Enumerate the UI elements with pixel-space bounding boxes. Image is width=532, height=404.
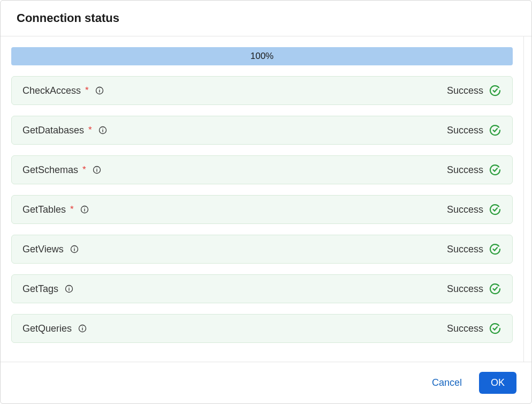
required-asterisk: * — [88, 125, 92, 136]
info-icon[interactable] — [80, 205, 89, 214]
status-text: Success — [447, 204, 483, 215]
svg-point-5 — [102, 128, 103, 129]
status-text: Success — [447, 244, 483, 255]
check-name: GetDatabases — [22, 125, 84, 136]
check-left: GetTags — [22, 283, 73, 295]
svg-point-8 — [96, 168, 97, 168]
required-asterisk: * — [82, 164, 86, 175]
required-asterisk: * — [70, 204, 74, 215]
status-text: Success — [447, 283, 483, 295]
check-left: GetSchemas* — [22, 164, 101, 176]
success-check-icon — [489, 124, 501, 137]
connection-status-modal: Connection status 100% CheckAccess*Succe… — [0, 0, 532, 404]
modal-header: Connection status — [1, 1, 531, 36]
check-row: GetSchemas*Success — [11, 155, 513, 184]
check-name: GetTags — [22, 283, 58, 295]
check-left: CheckAccess* — [22, 85, 104, 96]
success-check-icon — [489, 203, 501, 216]
progress-percent: 100% — [250, 51, 273, 61]
cancel-button[interactable]: Cancel — [430, 373, 464, 393]
ok-button[interactable]: OK — [479, 372, 516, 394]
info-icon[interactable] — [70, 245, 79, 253]
check-left: GetTables* — [22, 204, 89, 215]
success-check-icon — [489, 163, 501, 176]
check-list: CheckAccess*SuccessGetDatabases*SuccessG… — [11, 76, 513, 343]
success-check-icon — [489, 243, 501, 256]
svg-point-20 — [82, 326, 82, 327]
check-row: GetTagsSuccess — [11, 274, 513, 303]
check-name: CheckAccess — [22, 85, 81, 96]
check-name: GetQueries — [22, 323, 72, 334]
success-check-icon — [489, 322, 501, 335]
success-check-icon — [489, 282, 501, 295]
check-left: GetDatabases* — [22, 125, 107, 136]
check-left: GetViews — [22, 244, 79, 255]
success-check-icon — [489, 84, 501, 97]
modal-body[interactable]: 100% CheckAccess*SuccessGetDatabases*Suc… — [1, 36, 524, 362]
modal-title: Connection status — [17, 11, 515, 25]
check-right: Success — [447, 322, 501, 335]
progress-bar: 100% — [11, 47, 513, 65]
svg-point-17 — [69, 287, 69, 287]
check-name: GetTables — [22, 204, 66, 215]
check-right: Success — [447, 124, 501, 137]
svg-point-14 — [74, 247, 74, 248]
check-row: GetViewsSuccess — [11, 235, 513, 264]
info-icon[interactable] — [65, 285, 73, 293]
check-right: Success — [447, 84, 501, 97]
svg-point-2 — [99, 88, 100, 89]
check-name: GetSchemas — [22, 164, 78, 176]
modal-footer: Cancel OK — [1, 362, 531, 403]
check-row: GetDatabases*Success — [11, 116, 513, 145]
info-icon[interactable] — [98, 126, 107, 134]
check-row: GetQueriesSuccess — [11, 314, 513, 343]
check-row: CheckAccess*Success — [11, 76, 513, 105]
check-right: Success — [447, 163, 501, 176]
status-text: Success — [447, 323, 483, 334]
check-right: Success — [447, 282, 501, 295]
check-left: GetQueries — [22, 323, 87, 334]
check-name: GetViews — [22, 244, 64, 255]
info-icon[interactable] — [95, 86, 104, 95]
check-right: Success — [447, 203, 501, 216]
status-text: Success — [447, 125, 483, 136]
check-right: Success — [447, 243, 501, 256]
info-icon[interactable] — [93, 166, 101, 174]
svg-point-11 — [84, 207, 85, 208]
info-icon[interactable] — [78, 324, 87, 333]
required-asterisk: * — [85, 85, 89, 96]
status-text: Success — [447, 164, 483, 176]
status-text: Success — [447, 85, 483, 96]
check-row: GetTables*Success — [11, 195, 513, 224]
